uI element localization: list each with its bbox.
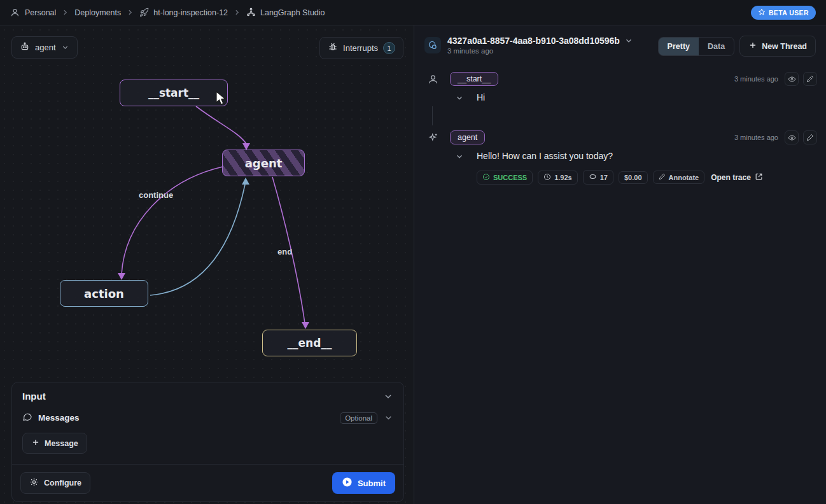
collapse-chevron-icon[interactable] bbox=[450, 151, 469, 161]
edge-start-agent bbox=[196, 106, 246, 144]
input-panel-title: Input bbox=[22, 391, 46, 402]
open-trace-link[interactable]: Open trace bbox=[711, 172, 763, 183]
plus-icon bbox=[748, 41, 757, 52]
cost-label: $0.00 bbox=[624, 174, 642, 181]
chevron-right-icon bbox=[126, 8, 134, 17]
graph-canvas[interactable]: continue end __start__ agent action __en… bbox=[0, 25, 414, 504]
graph-selector-dropdown[interactable]: agent bbox=[11, 36, 78, 59]
optional-badge: Optional bbox=[340, 412, 377, 424]
chevron-down-icon[interactable] bbox=[624, 36, 633, 45]
chevron-down-icon bbox=[61, 43, 69, 52]
graph-node-action[interactable]: action bbox=[60, 280, 148, 307]
breadcrumb-deployments[interactable]: Deployments bbox=[74, 8, 121, 17]
annotate-label: Annotate bbox=[669, 174, 699, 181]
check-circle-icon bbox=[482, 173, 490, 182]
cost-chip: $0.00 bbox=[619, 171, 648, 184]
chevron-right-icon bbox=[233, 8, 241, 17]
messages-field-label: Messages bbox=[38, 413, 80, 423]
status-badge: SUCCESS bbox=[477, 171, 533, 185]
run-meta-chips: SUCCESS 1.92s 17 bbox=[477, 170, 817, 185]
graph-node-end[interactable]: __end__ bbox=[262, 330, 357, 356]
edge-agent-end-arrow bbox=[302, 322, 309, 329]
duration-label: 1.92s bbox=[554, 174, 572, 181]
robot-icon bbox=[20, 41, 30, 53]
edge-action-agent-arrow bbox=[242, 178, 249, 185]
rocket-icon bbox=[139, 8, 149, 17]
beta-user-badge: BETA USER bbox=[751, 6, 816, 20]
edge-label-end: end bbox=[277, 247, 292, 256]
status-label: SUCCESS bbox=[493, 174, 527, 181]
star-icon bbox=[758, 8, 766, 17]
message-timestamp: 3 minutes ago bbox=[734, 134, 778, 141]
chevron-down-icon[interactable] bbox=[383, 391, 393, 402]
graph-selector-label: agent bbox=[35, 43, 56, 52]
play-circle-icon bbox=[342, 477, 353, 489]
edge-agent-action bbox=[122, 167, 223, 274]
input-panel: Input Messages Optional bbox=[11, 382, 404, 502]
chat-bubble-icon bbox=[22, 412, 32, 424]
pencil-icon bbox=[659, 173, 666, 181]
thread-header: 4327a0a1-8857-4aa8-b910-3a08dd10596b 3 m… bbox=[423, 32, 817, 57]
thread-id: 4327a0a1-8857-4aa8-b910-3a08dd10596b bbox=[447, 36, 620, 46]
gear-icon bbox=[29, 477, 39, 489]
graph-node-start[interactable]: __start__ bbox=[120, 80, 228, 106]
input-panel-header[interactable]: Input bbox=[12, 382, 403, 407]
thread-timestamp: 3 minutes ago bbox=[447, 47, 633, 55]
token-count-chip: 17 bbox=[583, 170, 613, 185]
role-badge-agent[interactable]: agent bbox=[450, 130, 485, 144]
bug-icon bbox=[328, 42, 338, 54]
breadcrumb-studio-label: LangGraph Studio bbox=[260, 8, 325, 17]
breadcrumb-deployment-name[interactable]: ht-long-inspection-12 bbox=[139, 8, 228, 17]
graph-node-agent[interactable]: agent bbox=[222, 150, 305, 176]
input-panel-footer: Configure Submit bbox=[12, 464, 403, 501]
chevron-down-icon[interactable] bbox=[384, 413, 393, 423]
new-thread-label: New Thread bbox=[762, 42, 807, 51]
person-icon bbox=[10, 8, 20, 17]
view-tab-group: Pretty Data bbox=[658, 37, 735, 56]
edge-agent-action-arrow bbox=[118, 273, 125, 280]
thread-connector-line bbox=[432, 106, 433, 125]
message-row-start: __start__ 3 minutes ago bbox=[423, 72, 817, 102]
annotate-button[interactable]: Annotate bbox=[653, 171, 705, 184]
submit-label: Submit bbox=[358, 479, 386, 488]
chevron-right-icon bbox=[61, 8, 69, 17]
view-state-button[interactable] bbox=[785, 130, 799, 144]
message-text: Hi bbox=[477, 92, 817, 102]
open-trace-label: Open trace bbox=[711, 173, 751, 182]
thread-pane: 4327a0a1-8857-4aa8-b910-3a08dd10596b 3 m… bbox=[414, 25, 826, 504]
message-row-agent: agent 3 minutes ago bbox=[423, 130, 817, 185]
edge-action-agent bbox=[150, 185, 245, 295]
breadcrumb-deployment-label: ht-long-inspection-12 bbox=[153, 8, 228, 17]
role-badge-start[interactable]: __start__ bbox=[450, 72, 498, 86]
breadcrumb-personal[interactable]: Personal bbox=[25, 8, 56, 17]
tab-data[interactable]: Data bbox=[699, 38, 734, 55]
token-icon bbox=[589, 172, 597, 182]
message-list: __start__ 3 minutes ago bbox=[423, 72, 817, 185]
configure-button[interactable]: Configure bbox=[20, 472, 90, 494]
add-message-label: Message bbox=[45, 439, 78, 448]
sparkles-icon bbox=[423, 130, 442, 185]
edge-label-continue: continue bbox=[139, 190, 173, 200]
tab-pretty[interactable]: Pretty bbox=[659, 38, 699, 55]
messages-field-row: Messages Optional bbox=[12, 407, 403, 425]
edit-message-button[interactable] bbox=[803, 72, 817, 86]
message-timestamp: 3 minutes ago bbox=[734, 75, 778, 83]
new-thread-button[interactable]: New Thread bbox=[739, 36, 816, 57]
message-text: Hello! How can I assist you today? bbox=[477, 151, 817, 161]
top-bar: Personal Deployments ht-long-inspection-… bbox=[0, 0, 826, 25]
edit-message-button[interactable] bbox=[803, 130, 817, 144]
collapse-chevron-icon[interactable] bbox=[450, 92, 469, 102]
duration-chip: 1.92s bbox=[538, 171, 578, 185]
configure-label: Configure bbox=[44, 479, 81, 487]
interrupts-button[interactable]: Interrupts 1 bbox=[319, 37, 403, 59]
view-state-button[interactable] bbox=[785, 72, 799, 86]
user-icon bbox=[423, 72, 442, 102]
add-message-button[interactable]: Message bbox=[22, 433, 87, 454]
submit-button[interactable]: Submit bbox=[332, 472, 395, 494]
graph-icon bbox=[246, 8, 256, 17]
token-count-label: 17 bbox=[600, 174, 608, 181]
clock-icon bbox=[543, 173, 551, 182]
edge-agent-end bbox=[272, 177, 305, 323]
main-split: continue end __start__ agent action __en… bbox=[0, 25, 826, 504]
breadcrumb-studio[interactable]: LangGraph Studio bbox=[246, 8, 325, 17]
